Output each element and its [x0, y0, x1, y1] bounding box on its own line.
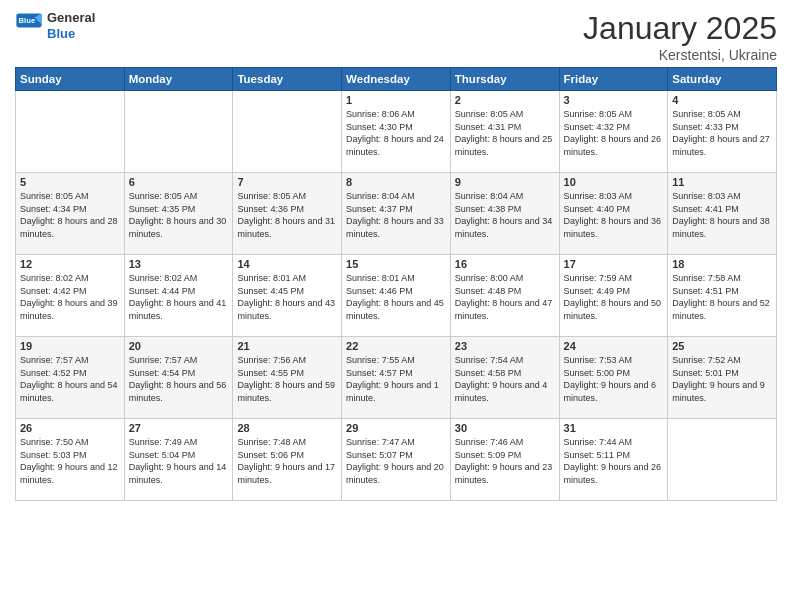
- day-number: 5: [20, 176, 120, 188]
- calendar-cell: 26Sunrise: 7:50 AM Sunset: 5:03 PM Dayli…: [16, 419, 125, 501]
- calendar-cell: 6Sunrise: 8:05 AM Sunset: 4:35 PM Daylig…: [124, 173, 233, 255]
- day-detail: Sunrise: 7:58 AM Sunset: 4:51 PM Dayligh…: [672, 272, 772, 322]
- logo-general: General: [47, 10, 95, 25]
- col-thursday: Thursday: [450, 68, 559, 91]
- day-number: 8: [346, 176, 446, 188]
- calendar-week-4: 19Sunrise: 7:57 AM Sunset: 4:52 PM Dayli…: [16, 337, 777, 419]
- calendar-cell: [16, 91, 125, 173]
- day-detail: Sunrise: 8:05 AM Sunset: 4:32 PM Dayligh…: [564, 108, 664, 158]
- calendar-cell: [233, 91, 342, 173]
- day-detail: Sunrise: 7:57 AM Sunset: 4:54 PM Dayligh…: [129, 354, 229, 404]
- day-number: 18: [672, 258, 772, 270]
- day-number: 10: [564, 176, 664, 188]
- day-detail: Sunrise: 7:52 AM Sunset: 5:01 PM Dayligh…: [672, 354, 772, 404]
- day-number: 19: [20, 340, 120, 352]
- day-detail: Sunrise: 7:50 AM Sunset: 5:03 PM Dayligh…: [20, 436, 120, 486]
- calendar-cell: 11Sunrise: 8:03 AM Sunset: 4:41 PM Dayli…: [668, 173, 777, 255]
- day-detail: Sunrise: 8:00 AM Sunset: 4:48 PM Dayligh…: [455, 272, 555, 322]
- day-number: 25: [672, 340, 772, 352]
- day-detail: Sunrise: 8:01 AM Sunset: 4:45 PM Dayligh…: [237, 272, 337, 322]
- day-number: 29: [346, 422, 446, 434]
- day-number: 14: [237, 258, 337, 270]
- calendar-cell: 12Sunrise: 8:02 AM Sunset: 4:42 PM Dayli…: [16, 255, 125, 337]
- svg-text:Blue: Blue: [19, 16, 36, 25]
- day-detail: Sunrise: 7:49 AM Sunset: 5:04 PM Dayligh…: [129, 436, 229, 486]
- day-detail: Sunrise: 7:57 AM Sunset: 4:52 PM Dayligh…: [20, 354, 120, 404]
- day-detail: Sunrise: 7:53 AM Sunset: 5:00 PM Dayligh…: [564, 354, 664, 404]
- col-saturday: Saturday: [668, 68, 777, 91]
- header: Blue General Blue January 2025 Kerstents…: [15, 10, 777, 63]
- calendar-cell: 3Sunrise: 8:05 AM Sunset: 4:32 PM Daylig…: [559, 91, 668, 173]
- calendar-week-2: 5Sunrise: 8:05 AM Sunset: 4:34 PM Daylig…: [16, 173, 777, 255]
- day-detail: Sunrise: 8:01 AM Sunset: 4:46 PM Dayligh…: [346, 272, 446, 322]
- calendar-cell: 2Sunrise: 8:05 AM Sunset: 4:31 PM Daylig…: [450, 91, 559, 173]
- day-number: 7: [237, 176, 337, 188]
- title-block: January 2025 Kerstentsi, Ukraine: [583, 10, 777, 63]
- day-number: 31: [564, 422, 664, 434]
- logo-text: General Blue: [47, 10, 95, 41]
- calendar-cell: 28Sunrise: 7:48 AM Sunset: 5:06 PM Dayli…: [233, 419, 342, 501]
- day-number: 4: [672, 94, 772, 106]
- page-container: Blue General Blue January 2025 Kerstents…: [0, 0, 792, 511]
- calendar-table: Sunday Monday Tuesday Wednesday Thursday…: [15, 67, 777, 501]
- day-detail: Sunrise: 8:05 AM Sunset: 4:36 PM Dayligh…: [237, 190, 337, 240]
- calendar-cell: 10Sunrise: 8:03 AM Sunset: 4:40 PM Dayli…: [559, 173, 668, 255]
- day-detail: Sunrise: 8:03 AM Sunset: 4:40 PM Dayligh…: [564, 190, 664, 240]
- calendar-cell: 31Sunrise: 7:44 AM Sunset: 5:11 PM Dayli…: [559, 419, 668, 501]
- calendar-week-5: 26Sunrise: 7:50 AM Sunset: 5:03 PM Dayli…: [16, 419, 777, 501]
- calendar-week-1: 1Sunrise: 8:06 AM Sunset: 4:30 PM Daylig…: [16, 91, 777, 173]
- col-sunday: Sunday: [16, 68, 125, 91]
- day-detail: Sunrise: 7:59 AM Sunset: 4:49 PM Dayligh…: [564, 272, 664, 322]
- calendar-cell: [668, 419, 777, 501]
- calendar-cell: 24Sunrise: 7:53 AM Sunset: 5:00 PM Dayli…: [559, 337, 668, 419]
- col-friday: Friday: [559, 68, 668, 91]
- calendar-cell: 13Sunrise: 8:02 AM Sunset: 4:44 PM Dayli…: [124, 255, 233, 337]
- location-subtitle: Kerstentsi, Ukraine: [583, 47, 777, 63]
- day-detail: Sunrise: 7:47 AM Sunset: 5:07 PM Dayligh…: [346, 436, 446, 486]
- calendar-cell: 29Sunrise: 7:47 AM Sunset: 5:07 PM Dayli…: [342, 419, 451, 501]
- day-detail: Sunrise: 8:05 AM Sunset: 4:33 PM Dayligh…: [672, 108, 772, 158]
- day-number: 15: [346, 258, 446, 270]
- day-number: 22: [346, 340, 446, 352]
- day-detail: Sunrise: 8:04 AM Sunset: 4:38 PM Dayligh…: [455, 190, 555, 240]
- day-number: 11: [672, 176, 772, 188]
- day-detail: Sunrise: 8:06 AM Sunset: 4:30 PM Dayligh…: [346, 108, 446, 158]
- day-detail: Sunrise: 8:02 AM Sunset: 4:44 PM Dayligh…: [129, 272, 229, 322]
- day-number: 21: [237, 340, 337, 352]
- calendar-cell: [124, 91, 233, 173]
- day-detail: Sunrise: 7:48 AM Sunset: 5:06 PM Dayligh…: [237, 436, 337, 486]
- calendar-cell: 21Sunrise: 7:56 AM Sunset: 4:55 PM Dayli…: [233, 337, 342, 419]
- col-wednesday: Wednesday: [342, 68, 451, 91]
- calendar-cell: 20Sunrise: 7:57 AM Sunset: 4:54 PM Dayli…: [124, 337, 233, 419]
- calendar-cell: 1Sunrise: 8:06 AM Sunset: 4:30 PM Daylig…: [342, 91, 451, 173]
- day-number: 13: [129, 258, 229, 270]
- day-number: 27: [129, 422, 229, 434]
- logo-blue: Blue: [47, 26, 75, 41]
- day-number: 12: [20, 258, 120, 270]
- day-detail: Sunrise: 8:03 AM Sunset: 4:41 PM Dayligh…: [672, 190, 772, 240]
- day-number: 28: [237, 422, 337, 434]
- day-detail: Sunrise: 8:05 AM Sunset: 4:34 PM Dayligh…: [20, 190, 120, 240]
- month-title: January 2025: [583, 10, 777, 47]
- day-number: 17: [564, 258, 664, 270]
- calendar-cell: 5Sunrise: 8:05 AM Sunset: 4:34 PM Daylig…: [16, 173, 125, 255]
- day-detail: Sunrise: 7:46 AM Sunset: 5:09 PM Dayligh…: [455, 436, 555, 486]
- calendar-cell: 25Sunrise: 7:52 AM Sunset: 5:01 PM Dayli…: [668, 337, 777, 419]
- day-number: 1: [346, 94, 446, 106]
- day-detail: Sunrise: 8:02 AM Sunset: 4:42 PM Dayligh…: [20, 272, 120, 322]
- day-number: 16: [455, 258, 555, 270]
- calendar-cell: 22Sunrise: 7:55 AM Sunset: 4:57 PM Dayli…: [342, 337, 451, 419]
- logo-icon: Blue: [15, 12, 43, 40]
- day-number: 26: [20, 422, 120, 434]
- day-detail: Sunrise: 7:44 AM Sunset: 5:11 PM Dayligh…: [564, 436, 664, 486]
- day-number: 9: [455, 176, 555, 188]
- day-detail: Sunrise: 7:54 AM Sunset: 4:58 PM Dayligh…: [455, 354, 555, 404]
- calendar-cell: 4Sunrise: 8:05 AM Sunset: 4:33 PM Daylig…: [668, 91, 777, 173]
- calendar-cell: 15Sunrise: 8:01 AM Sunset: 4:46 PM Dayli…: [342, 255, 451, 337]
- calendar-cell: 30Sunrise: 7:46 AM Sunset: 5:09 PM Dayli…: [450, 419, 559, 501]
- day-number: 23: [455, 340, 555, 352]
- logo: Blue General Blue: [15, 10, 95, 41]
- col-monday: Monday: [124, 68, 233, 91]
- day-detail: Sunrise: 7:56 AM Sunset: 4:55 PM Dayligh…: [237, 354, 337, 404]
- day-detail: Sunrise: 8:05 AM Sunset: 4:35 PM Dayligh…: [129, 190, 229, 240]
